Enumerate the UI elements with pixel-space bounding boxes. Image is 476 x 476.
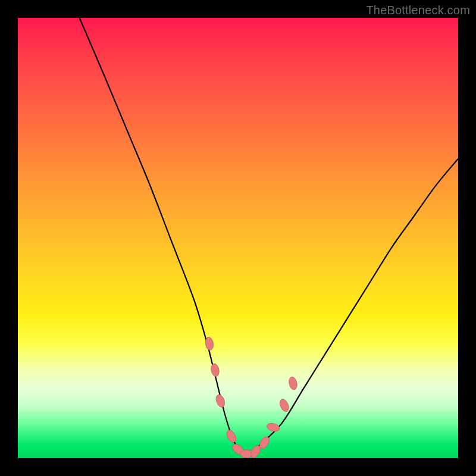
marker-right-cluster-mid [278, 398, 290, 413]
marker-right-cluster-top [288, 376, 298, 390]
marker-right-cluster-low [266, 422, 280, 433]
marker-left-cluster-mid [210, 363, 220, 377]
chart-frame: TheBottleneck.com [0, 0, 476, 476]
marker-left-cluster-low [215, 393, 227, 408]
plot-area [18, 18, 458, 458]
watermark-text: TheBottleneck.com [366, 4, 470, 17]
marker-valley-left [225, 428, 238, 444]
marker-group [205, 337, 298, 459]
bottleneck-curve [80, 18, 458, 455]
chart-svg [18, 18, 458, 458]
